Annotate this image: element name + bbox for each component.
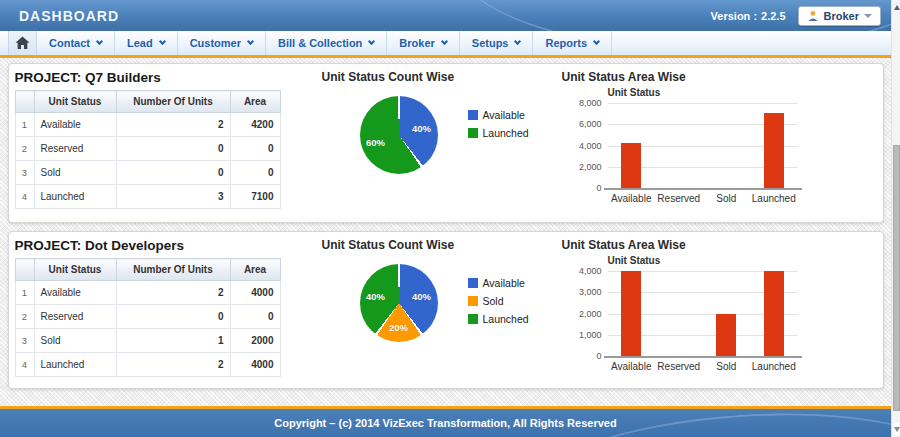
home-icon [15, 36, 30, 50]
bar-plot-area [608, 103, 798, 188]
row-index: 3 [15, 161, 34, 185]
area-cell: 0 [230, 305, 280, 329]
index-column-header [15, 259, 34, 281]
legend-label: Available [483, 277, 525, 289]
scrollbar-up-arrow[interactable] [893, 2, 900, 12]
unit-status-cell: Launched [34, 353, 116, 377]
pie-slice-label: 40% [412, 122, 431, 133]
nav-item-label: Setups [472, 37, 509, 49]
person-icon [807, 10, 819, 22]
x-axis-line [604, 356, 802, 358]
pie-column: Unit Status Count Wise 40%20%40% Availab… [314, 238, 554, 388]
scrollbar-thumb[interactable] [893, 145, 900, 411]
bar-axis-label: Unit Status [608, 255, 661, 266]
y-tick-label: 0 [562, 183, 602, 193]
bar-available [621, 271, 641, 356]
home-button[interactable] [8, 31, 37, 55]
version-value: 2.2.5 [761, 10, 785, 22]
bar-chart: Unit Status 01,0002,0003,0004,000Availab… [562, 255, 807, 377]
bar-chart: Unit Status 02,0004,0006,0008,000Availab… [562, 87, 807, 209]
x-category-label: Sold [703, 361, 751, 372]
legend-swatch [468, 278, 478, 288]
pie-slice-label: 40% [366, 290, 385, 301]
x-category-label: Sold [703, 193, 751, 204]
unit-status-cell: Available [34, 113, 116, 137]
y-tick-label: 4,000 [562, 141, 602, 151]
bar-sold [716, 314, 736, 357]
bar-available [621, 143, 641, 188]
y-tick-label: 8,000 [562, 98, 602, 108]
pie-slice-label: 40% [412, 290, 431, 301]
legend-label: Sold [483, 295, 504, 307]
table-row: 1Available24000 [15, 281, 280, 305]
nav-item-label: Broker [399, 37, 434, 49]
pie-chart: 40%60% [360, 96, 438, 174]
legend-item: Launched [468, 313, 529, 325]
units-count-cell: 0 [116, 161, 230, 185]
bar-plot-area [608, 271, 798, 356]
chevron-down-icon [441, 38, 448, 45]
area-cell: 4200 [230, 113, 280, 137]
project-panel-dot-developers: PROJECT: Dot Developers Unit StatusNumbe… [8, 231, 884, 389]
legend-swatch [468, 314, 478, 324]
project-panel-q7-builders: PROJECT: Q7 Builders Unit StatusNumber O… [8, 63, 884, 223]
nav-item-broker[interactable]: Broker [387, 31, 459, 55]
copyright-text: Copyright – (c) 2014 VizExec Transformat… [274, 417, 616, 429]
nav-item-contact[interactable]: Contact [37, 31, 115, 55]
bar-chart-title: Unit Status Area Wise [562, 70, 883, 84]
x-category-label: Reserved [655, 361, 703, 372]
units-count-cell: 2 [116, 353, 230, 377]
chevron-down-icon [593, 38, 600, 45]
unit-status-table-wrap: Unit StatusNumber Of UnitsArea1Available… [15, 90, 314, 209]
content-area: PROJECT: Q7 Builders Unit StatusNumber O… [0, 58, 891, 406]
area-cell: 4000 [230, 281, 280, 305]
pie-row: 40%60% AvailableLaunched [322, 96, 554, 174]
unit-status-table-wrap: Unit StatusNumber Of UnitsArea1Available… [15, 258, 314, 377]
footer: Copyright – (c) 2014 VizExec Transformat… [0, 409, 891, 437]
unit-status-cell: Reserved [34, 137, 116, 161]
bar-axis-label: Unit Status [608, 87, 661, 98]
chevron-down-icon [368, 38, 375, 45]
nav-item-reports[interactable]: Reports [533, 31, 612, 55]
column-header: Number Of Units [116, 259, 230, 281]
units-count-cell: 2 [116, 281, 230, 305]
row-index: 2 [15, 305, 34, 329]
column-header: Area [230, 259, 280, 281]
nav-item-label: Lead [127, 37, 153, 49]
x-category-label: Available [608, 361, 656, 372]
unit-status-cell: Reserved [34, 305, 116, 329]
units-count-cell: 3 [116, 185, 230, 209]
legend-item: Available [468, 109, 529, 121]
nav-item-customer[interactable]: Customer [178, 31, 266, 55]
unit-status-cell: Available [34, 281, 116, 305]
y-tick-label: 0 [562, 351, 602, 361]
table-header-row: Unit StatusNumber Of UnitsArea [15, 91, 280, 113]
pie-row: 40%20%40% AvailableSoldLaunched [322, 264, 554, 342]
y-tick-label: 2,000 [562, 162, 602, 172]
units-count-cell: 0 [116, 137, 230, 161]
legend-item: Launched [468, 127, 529, 139]
vertical-scrollbar[interactable] [891, 0, 900, 437]
area-cell: 0 [230, 137, 280, 161]
x-axis-line [604, 188, 802, 190]
nav-item-setups[interactable]: Setups [460, 31, 534, 55]
header-right: Version :2.2.5 Broker [711, 6, 881, 26]
bar-launched [764, 271, 784, 356]
pie-legend: AvailableSoldLaunched [468, 264, 529, 342]
units-count-cell: 0 [116, 305, 230, 329]
nav-item-label: Reports [545, 37, 587, 49]
pie-column: Unit Status Count Wise 40%60% AvailableL… [314, 70, 554, 222]
nav-item-bill-collection[interactable]: Bill & Collection [266, 31, 387, 55]
chevron-down-icon [514, 38, 521, 45]
nav-menu: ContactLeadCustomerBill & CollectionBrok… [37, 31, 612, 55]
pie-chart: 40%20%40% [360, 264, 438, 342]
units-count-cell: 1 [116, 329, 230, 353]
row-index: 1 [15, 113, 34, 137]
gridline [608, 103, 798, 104]
nav-item-lead[interactable]: Lead [115, 31, 178, 55]
scrollbar-down-arrow[interactable] [893, 423, 900, 435]
dashboard-app: DASHBOARD Version :2.2.5 Broker Contact [0, 0, 891, 437]
y-tick-label: 4,000 [562, 266, 602, 276]
broker-user-button[interactable]: Broker [798, 6, 881, 26]
table-row: 4Launched24000 [15, 353, 280, 377]
